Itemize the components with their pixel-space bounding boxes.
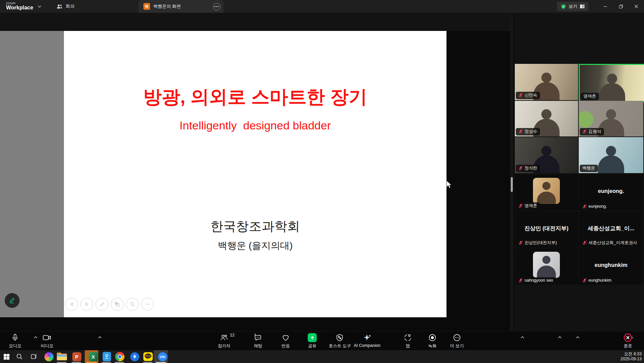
excel-taskbar-tile[interactable]: X [85,350,98,363]
zoom-taskbar-tile[interactable]: zm [154,350,168,363]
participants-button[interactable]: 12 참가자 [218,333,230,349]
slideshow-more-button[interactable] [141,298,154,311]
ellipsis-icon [453,333,461,342]
record-button[interactable]: 녹화 [428,333,437,349]
share-button[interactable]: 공유 [308,333,317,349]
ai-companion-button[interactable]: AI Companion [354,333,380,348]
copilot-icon[interactable] [42,350,55,363]
video-tile[interactable]: 신만숙 [515,64,578,100]
file-explorer-icon[interactable] [56,350,68,363]
audio-tile[interactable]: 세종산성교회_이... 세종산성교회_이계호권사 [579,211,643,248]
scrollbar-thumb[interactable] [511,177,513,192]
slideshow-next-button[interactable] [80,298,93,311]
pencil-icon [8,297,16,304]
chat-bubble-icon [254,333,262,342]
host-tools-button[interactable]: 호스트 도구 [329,333,351,349]
participant-name: 김원석 [588,129,601,134]
nameplate: eunghunkim [580,277,614,284]
participant-display-name: 세종산성교회_이... [579,225,643,232]
screen-tab-badge: 백 [143,3,150,10]
slide-presenter: 백행운 (을지의대) [64,239,446,252]
participants-count: 12 [230,333,235,337]
reactions-button[interactable]: 반응 [282,333,290,349]
video-tile[interactable]: 정석한 [515,137,578,173]
slideshow-zoom-button[interactable] [126,298,139,311]
close-button[interactable] [629,0,643,13]
chevron-down-icon[interactable] [38,5,41,8]
annotate-button[interactable] [5,293,20,308]
tab-shared-screen-label: 백행운의 화면 [153,3,181,9]
kakaotalk-icon[interactable]: TALK [142,350,154,363]
mic-muted-icon [518,93,523,97]
powerpoint-icon[interactable]: P [70,350,83,363]
audio-tile[interactable]: sahngyoon seo [515,248,578,285]
nameplate: 정성수 [516,128,540,135]
participant-display-name: eunghunkim [579,262,643,268]
video-camera-icon [43,333,52,342]
more-button[interactable]: 더 보기 [450,333,464,349]
audio-tile[interactable]: eunjeong. eunjeong. [579,174,643,211]
participants-icon [57,4,63,9]
start-button[interactable] [0,350,13,363]
slideshow-slides-button[interactable] [111,298,123,311]
scrollbar-track[interactable] [510,13,513,331]
titlebar: zoom Workplace 회의 백 백행운의 화면 ••• 보기 [0,0,644,13]
slideshow-pen-button[interactable] [96,298,108,311]
chevron-up-icon[interactable] [98,336,102,338]
record-icon [428,333,437,342]
audio-tile[interactable]: 진상민 (대전지부) 진상민(대전지부) [515,211,578,248]
tab-meeting-label: 회의 [66,3,75,9]
audio-tile[interactable]: 명재춘 [515,174,578,211]
minimize-button[interactable] [598,0,612,13]
nameplate: 김원석 [580,128,604,135]
task-view-icon[interactable] [27,350,40,363]
nameplate: 명재춘 [516,202,540,210]
bolt-app-icon[interactable] [128,350,141,363]
participant-name: eunjeong. [588,204,607,209]
tab-options-icon[interactable]: ••• [213,3,220,10]
taskbar-clock[interactable]: 오전 8:33 2025-09-13 [620,352,642,362]
tab-shared-screen[interactable]: 백 백행운의 화면 ••• [139,0,223,13]
shared-desktop-strip [0,31,64,317]
restore-button[interactable] [614,0,628,13]
video-tile[interactable]: 김원석 [579,101,643,136]
chevron-up-icon[interactable] [521,336,525,338]
mic-muted-icon [518,278,523,283]
nameplate: 신만숙 [516,92,540,99]
layout-icon [580,4,585,9]
zoom-workplace-window: zoom Workplace 회의 백 백행운의 화면 ••• 보기 [0,0,644,363]
chrome-icon[interactable] [113,350,126,363]
apps-button[interactable]: 앱 [404,333,412,349]
participant-name: 명재춘 [583,93,596,99]
nameplate: 세종산성교회_이계호권사 [580,239,640,247]
end-meeting-icon [623,333,633,342]
slideshow-prev-button[interactable] [65,298,78,311]
video-tile[interactable]: 정성수 [515,101,578,136]
tab-meeting[interactable]: 회의 [53,0,78,13]
view-button[interactable]: 보기 [557,2,588,11]
sparkle-icon [362,333,372,342]
audio-button[interactable]: 오디오 [9,333,22,349]
nameplate: 정석한 [516,165,540,172]
video-button[interactable]: 비디오 [41,333,53,349]
chevron-up-icon[interactable] [576,336,580,338]
audio-tile[interactable]: eunghunkim eunghunkim [579,248,643,285]
video-tile-active-speaker[interactable]: 명재춘 [579,64,644,102]
search-icon[interactable] [13,350,26,363]
nameplate: 명재춘 [581,93,599,100]
end-meeting-button[interactable]: 종료 [623,333,633,349]
clock-date: 2025-09-13 [620,357,642,362]
chevron-up-icon[interactable] [558,336,562,338]
clock-time: 오전 8:33 [620,352,642,357]
participants-label: 참가자 [218,343,230,349]
participant-display-name: eunjeong. [579,188,643,194]
chat-button[interactable]: 채팅 [254,333,262,349]
participant-name: 진상민(대전지부) [525,240,557,246]
video-tile[interactable]: 백행운 [579,137,643,173]
excel-icon: X [87,350,100,363]
viewer-app-icon[interactable] [100,350,113,363]
chevron-up-icon[interactable] [34,336,37,338]
zoom-app-icon: zm [156,350,169,363]
slide-organization: 한국창조과학회 [64,218,446,235]
slide-title: 방광, 의외로 스마트한 장기 [64,85,446,110]
